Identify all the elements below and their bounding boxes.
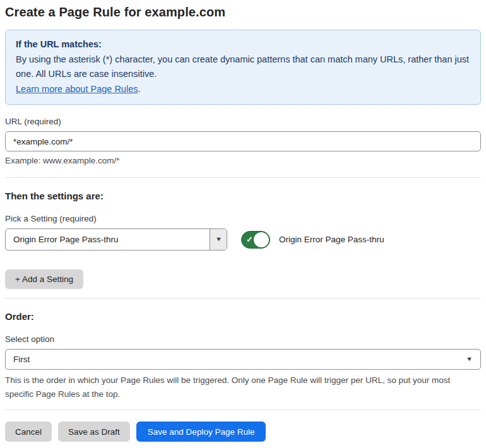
order-select-value: First — [6, 355, 466, 364]
add-setting-button[interactable]: + Add a Setting — [5, 269, 83, 289]
save-draft-button[interactable]: Save as Draft — [58, 421, 130, 442]
setting-toggle-label: Origin Error Page Pass-thru — [279, 235, 384, 244]
footer-divider — [5, 410, 481, 410]
check-icon: ✓ — [246, 235, 253, 244]
caret-down-icon: ▼ — [466, 357, 473, 362]
url-input[interactable] — [5, 131, 481, 151]
setting-dropdown-caret-button[interactable]: ▼ — [210, 229, 227, 250]
pick-setting-label: Pick a Setting (required) — [5, 214, 481, 224]
url-match-info-box: If the URL matches: By using the asteris… — [5, 30, 481, 105]
settings-section-heading: Then the settings are: — [5, 191, 481, 202]
section-divider — [5, 177, 481, 178]
cancel-button[interactable]: Cancel — [5, 421, 52, 442]
select-option-label: Select option — [5, 334, 481, 345]
info-box-body: By using the asterisk (*) character, you… — [16, 52, 470, 82]
url-field-label: URL (required) — [5, 117, 481, 127]
learn-more-link[interactable]: Learn more about Page Rules — [16, 84, 138, 94]
link-suffix-period: . — [138, 84, 140, 94]
info-box-link-line: Learn more about Page Rules. — [16, 82, 470, 97]
setting-row: Origin Error Page Pass-thru ▼ ✓ Origin E… — [5, 228, 481, 251]
order-section-heading: Order: — [5, 311, 481, 322]
footer-actions: Cancel Save as Draft Save and Deploy Pag… — [5, 421, 481, 442]
page-title: Create a Page Rule for example.com — [5, 4, 481, 20]
section-divider — [5, 298, 481, 298]
setting-toggle[interactable]: ✓ — [241, 231, 270, 249]
order-helper-text: This is the order in which your Page Rul… — [5, 374, 481, 401]
order-select[interactable]: First ▼ — [5, 349, 481, 370]
url-helper-text: Example: www.example.com/* — [5, 156, 481, 166]
save-deploy-button[interactable]: Save and Deploy Page Rule — [136, 421, 266, 442]
setting-dropdown[interactable]: Origin Error Page Pass-thru ▼ — [5, 228, 227, 251]
caret-down-icon: ▼ — [215, 237, 222, 242]
create-page-rule-form: Create a Page Rule for example.com If th… — [0, 0, 486, 442]
info-box-heading: If the URL matches: — [16, 37, 470, 52]
setting-dropdown-value: Origin Error Page Pass-thru — [6, 229, 210, 250]
toggle-knob — [254, 232, 269, 247]
